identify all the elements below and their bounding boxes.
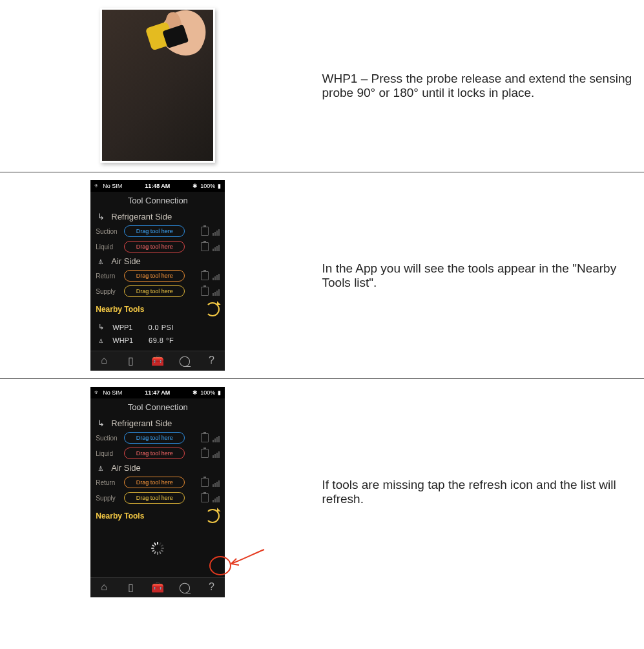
row3-text: If tools are missing tap the refresh ico… — [322, 478, 638, 506]
status-bar: ᯤNo SIM 11:47 AM ✱100%▮ — [90, 387, 225, 398]
return-drop-target[interactable]: Drag tool here — [124, 270, 185, 282]
app-screenshot-nearby-tools: ᯤNo SIM 11:48 AM ✱100%▮ Tool Connection … — [90, 180, 225, 371]
svg-rect-2 — [161, 544, 164, 547]
section-air-label: Air Side — [111, 463, 141, 473]
svg-rect-5 — [159, 551, 161, 554]
ruler-icon[interactable]: ▯ — [125, 581, 138, 593]
nearby-tool-row[interactable]: ⍋ WHP1 69.8 °F — [96, 334, 220, 347]
battery-icon — [201, 478, 209, 487]
section-refrigerant: ↳ Refrigerant Side — [96, 418, 220, 428]
liquid-drop-target[interactable]: Drag tool here — [124, 448, 185, 459]
row1-text: WHP1 – Press the probe release and exten… — [322, 72, 638, 100]
profile-icon[interactable]: ◯̲ — [178, 581, 191, 593]
tool-value: 0.0 PSI — [148, 324, 174, 331]
tab-bar: ⌂ ▯ 🧰 ◯̲ ? — [90, 351, 225, 371]
supply-label: Supply — [96, 288, 120, 295]
status-carrier: No SIM — [103, 183, 122, 189]
status-time: 11:48 AM — [145, 183, 170, 189]
liquid-label: Liquid — [96, 243, 120, 251]
section-refrigerant-label: Refrigerant Side — [111, 212, 172, 221]
suction-drop-target[interactable]: Drag tool here — [124, 225, 185, 237]
toolbox-icon[interactable]: 🧰 — [151, 354, 164, 367]
bluetooth-icon: ✱ — [192, 389, 198, 396]
signal-icon — [213, 271, 220, 280]
gauge-icon: ↳ — [96, 418, 106, 428]
thermometer-icon: ⍋ — [96, 463, 106, 473]
svg-rect-7 — [154, 551, 156, 554]
section-refrigerant: ↳ Refrigerant Side — [96, 212, 220, 221]
annotation-arrow — [229, 548, 267, 570]
section-refrigerant-label: Refrigerant Side — [111, 418, 172, 428]
battery-icon — [201, 271, 209, 280]
svg-rect-10 — [152, 544, 155, 547]
signal-icon — [213, 449, 220, 458]
home-icon[interactable]: ⌂ — [98, 354, 110, 367]
tool-name: WHP1 — [112, 336, 133, 344]
ruler-icon[interactable]: ▯ — [125, 354, 138, 367]
nearby-tools-header: Nearby Tools — [96, 305, 144, 314]
nearby-tools-header: Nearby Tools — [96, 511, 144, 520]
supply-drop-target[interactable]: Drag tool here — [124, 285, 185, 297]
return-label: Return — [96, 273, 120, 280]
tool-name: WPP1 — [112, 324, 132, 331]
section-air: ⍋ Air Side — [96, 256, 220, 266]
wifi-icon: ᯤ — [94, 389, 100, 396]
battery-icon — [201, 449, 209, 458]
nearby-tool-row[interactable]: ↳ WPP1 0.0 PSI — [96, 320, 220, 334]
signal-icon — [213, 287, 220, 296]
section-air: ⍋ Air Side — [96, 463, 220, 473]
battery-icon — [201, 287, 209, 296]
suction-drop-target[interactable]: Drag tool here — [124, 432, 185, 444]
refresh-icon[interactable] — [205, 509, 220, 523]
gauge-icon: ↳ — [96, 323, 106, 331]
profile-icon[interactable]: ◯̲ — [178, 354, 191, 367]
signal-icon — [213, 227, 220, 236]
signal-icon — [213, 242, 220, 251]
thermometer-icon: ⍋ — [96, 336, 106, 344]
help-icon[interactable]: ? — [205, 581, 218, 593]
status-bar: ᯤNo SIM 11:48 AM ✱100%▮ — [90, 180, 225, 192]
signal-icon — [213, 478, 220, 487]
loading-spinner-icon — [151, 541, 165, 555]
battery-icon — [201, 493, 209, 502]
liquid-drop-target[interactable]: Drag tool here — [124, 241, 185, 252]
status-battery-pct: 100% — [200, 183, 215, 189]
supply-drop-target[interactable]: Drag tool here — [124, 492, 185, 504]
instruction-table: WHP1 – Press the probe release and exten… — [0, 0, 644, 605]
battery-icon: ▮ — [218, 389, 221, 396]
battery-icon: ▮ — [218, 183, 221, 189]
status-carrier: No SIM — [103, 389, 122, 396]
toolbox-icon[interactable]: 🧰 — [151, 581, 164, 593]
tool-value: 69.8 °F — [149, 336, 174, 344]
wifi-icon: ᯤ — [94, 183, 100, 189]
probe-photo — [100, 8, 215, 163]
status-battery-pct: 100% — [200, 389, 215, 396]
gauge-icon: ↳ — [96, 212, 106, 221]
battery-icon — [201, 242, 209, 251]
svg-rect-9 — [151, 548, 154, 549]
return-drop-target[interactable]: Drag tool here — [124, 477, 185, 488]
refresh-icon[interactable] — [205, 302, 220, 316]
tab-bar: ⌂ ▯ 🧰 ◯̲ ? — [90, 577, 225, 597]
svg-rect-4 — [161, 550, 164, 552]
battery-icon — [201, 227, 209, 236]
svg-rect-8 — [152, 550, 155, 552]
supply-label: Supply — [96, 495, 120, 502]
screen-title: Tool Connection — [90, 192, 225, 212]
svg-rect-0 — [157, 542, 158, 545]
screen-title: Tool Connection — [90, 398, 225, 418]
status-time: 11:47 AM — [145, 389, 170, 396]
battery-icon — [201, 433, 209, 442]
return-label: Return — [96, 479, 120, 486]
help-icon[interactable]: ? — [205, 354, 218, 367]
liquid-label: Liquid — [96, 450, 120, 457]
signal-icon — [213, 433, 220, 442]
bluetooth-icon: ✱ — [192, 183, 198, 189]
svg-rect-3 — [161, 548, 165, 549]
app-screenshot-refreshing: ᯤNo SIM 11:47 AM ✱100%▮ Tool Connection … — [90, 387, 225, 597]
section-air-label: Air Side — [111, 256, 141, 266]
suction-label: Suction — [96, 228, 120, 235]
svg-rect-1 — [159, 542, 161, 546]
thermometer-icon: ⍋ — [96, 256, 106, 266]
home-icon[interactable]: ⌂ — [98, 581, 110, 593]
